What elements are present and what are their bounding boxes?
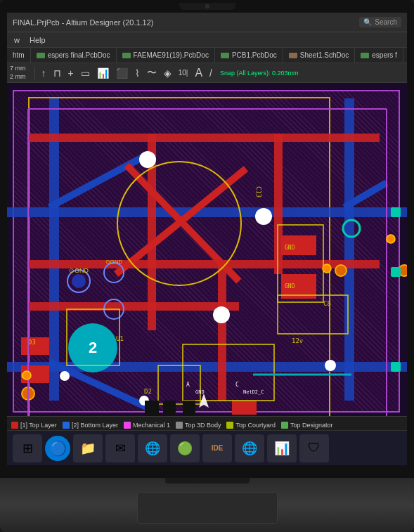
toolbar-rect[interactable]: ▭ [79,66,92,80]
menu-item-help[interactable]: Help [25,34,50,46]
toolbar-route[interactable]: ⊓ [51,66,63,80]
taskbar-mail[interactable]: ✉ [105,434,135,462]
toolbar-chip[interactable]: ⬛ [114,66,130,80]
taskbar-excel[interactable]: 📊 [267,434,297,462]
tab-pcb-icon-2 [122,53,131,58]
toolbar-plus[interactable]: + [66,66,76,80]
camera-area [179,3,235,10]
layer-3d[interactable]: Top 3D Body [176,422,221,429]
taskbar-security[interactable]: 🛡 [299,434,329,462]
tab-espers-final-label: espers final.PcbDoc [48,51,110,59]
laptop-trackpad[interactable] [137,492,278,524]
layer-bottom-label: [2] Bottom Layer [72,422,118,429]
search-area[interactable]: 🔍 Search [359,17,401,27]
tab-sch-icon [289,53,297,58]
dim2: 2 mm [10,73,26,82]
taskbar-start[interactable]: ⊞ [13,434,42,462]
toolbar-sep-1 [34,67,35,79]
toolbar-chart[interactable]: 📊 [95,66,111,80]
tab-htm-label: htm [13,51,25,59]
tab-espers-final[interactable]: espers final.PcbDoc [31,48,117,63]
taskbar-browser[interactable]: 🌐 [138,434,167,462]
laptop-bottom [0,478,414,532]
tab-htm[interactable]: htm [7,48,31,63]
layer-courtyard[interactable]: Top Courtyard [226,422,276,429]
toolbar-dims: 7 mm 2 mm [10,65,26,81]
toolbar-zoom10[interactable]: 10| [176,67,190,78]
layer-mech1[interactable]: Mechanical 1 [124,422,170,429]
search-label: Search [375,18,397,26]
layer-bottom[interactable]: [2] Bottom Layer [63,422,118,429]
layer-designator-color [281,422,288,429]
taskbar: ⊞ 🔵 📁 ✉ 🌐 🟢 IDE 🌐 📊 🛡 [7,430,407,465]
tab-espers-f[interactable]: espers f [355,48,403,63]
taskbar-spotify[interactable]: 🟢 [170,434,200,462]
toolbar: 7 mm 2 mm ↑ ⊓ + ▭ 📊 ⬛ ⌇ 〜 ◈ 10| A / Snap… [7,63,407,83]
layer-top-color [11,422,18,429]
toolbar-wave[interactable]: 〜 [145,65,159,81]
tab-pcb-icon [37,53,45,58]
layer-courtyard-color [226,422,233,429]
dim1: 7 mm [10,65,26,73]
tab-pcb-icon-3 [221,53,229,58]
tab-sheet1-label: Sheet1.SchDoc [300,51,349,59]
toolbar-connect[interactable]: ⌇ [133,66,142,80]
menu-bar: w Help [7,32,407,48]
window-title: FINAL.PrjPcb - Altium Designer (20.1.12) [13,18,154,27]
layer-top-label: [1] Top Layer [20,422,57,429]
taskbar-ide[interactable]: IDE [202,434,232,462]
camera-dot [205,4,209,8]
tab-bar: htm espers final.PcbDoc FAEMAE91(19).Pcb… [7,48,407,63]
pcb-canvas[interactable]: 2 ⊙GND ⊙GND [7,83,407,416]
layer-designator[interactable]: Top Designator [281,422,333,429]
layer-designator-label: Top Designator [290,422,333,429]
layer-top[interactable]: [1] Top Layer [11,422,57,429]
screen: FINAL.PrjPcb - Altium Designer (20.1.12)… [7,13,407,465]
layer-mech1-color [124,422,131,429]
toolbar-line[interactable]: / [207,66,214,80]
layer-bottom-color [63,422,70,429]
taskbar-files[interactable]: 📁 [73,434,103,462]
title-bar: FINAL.PrjPcb - Altium Designer (20.1.12)… [7,13,407,32]
tab-faemae[interactable]: FAEMAE91(19).PcbDoc [117,48,215,63]
pcb-board [13,90,400,413]
tab-pcb1[interactable]: PCB1.PcbDoc [215,48,283,63]
layer-mech1-label: Mechanical 1 [133,422,170,429]
menu-item-w[interactable]: w [10,34,24,46]
tab-sheet1[interactable]: Sheet1.SchDoc [283,48,356,63]
tab-faemae-label: FAEMAE91(19).PcbDoc [134,51,209,59]
laptop-shell: FINAL.PrjPcb - Altium Designer (20.1.12)… [0,0,414,532]
tab-pcb-icon-4 [361,53,369,58]
screen-bezel: FINAL.PrjPcb - Altium Designer (20.1.12)… [0,0,414,478]
toolbar-marker[interactable]: ◈ [162,66,174,80]
layer-3d-color [176,422,183,429]
taskbar-edge[interactable]: 🔵 [45,436,70,461]
snap-info: Snap (All Layers): 0.203mm [220,70,299,77]
toolbar-arrow[interactable]: ↑ [39,66,48,80]
toolbar-text[interactable]: A [193,65,205,81]
taskbar-chrome[interactable]: 🌐 [235,434,264,462]
hatch-overlay [13,90,400,413]
laptop-hinge [165,478,250,484]
layer-courtyard-label: Top Courtyard [235,422,276,429]
layer-3d-label: Top 3D Body [185,422,221,429]
tab-espers-f-label: espers f [372,51,397,59]
title-bar-left: FINAL.PrjPcb - Altium Designer (20.1.12) [13,18,154,27]
tab-pcb1-label: PCB1.PcbDoc [232,51,277,59]
